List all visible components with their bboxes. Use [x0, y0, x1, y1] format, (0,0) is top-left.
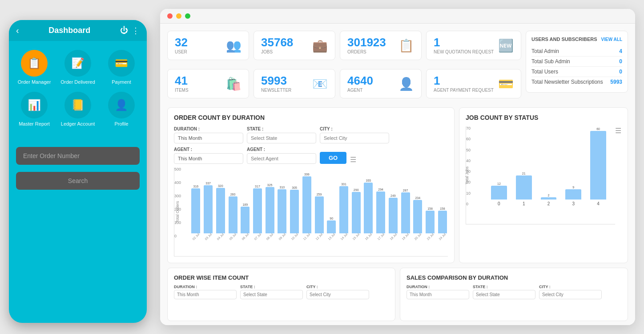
- job-bar-item: 12 0: [491, 126, 507, 206]
- order-bar-label: 20 Jul: [414, 232, 422, 240]
- power-icon[interactable]: ⏻: [120, 26, 128, 36]
- sc-city-label: CITY :: [539, 285, 602, 289]
- order-bar-label: 24 Jul: [439, 232, 447, 240]
- owi-duration-label: DURATION :: [174, 285, 237, 289]
- order-bar-rect: [339, 186, 348, 233]
- job-chart-menu-icon[interactable]: ☰: [615, 126, 621, 135]
- stat-jobs-label: JOBS: [261, 49, 293, 54]
- order-bar-label: 11 Jul: [303, 232, 311, 240]
- order-bar-value: 294: [378, 188, 383, 191]
- sc-city-input[interactable]: [539, 290, 602, 299]
- window-bar: [160, 9, 635, 24]
- order-wise-item-title: ORDER WISE ITEM COUNT: [174, 274, 389, 281]
- stat-users: 32 USER 👥: [167, 31, 249, 60]
- order-bar-label: 19 Jul: [401, 232, 409, 240]
- order-bar-label: 23 Jul: [426, 232, 434, 240]
- stat-newsletter-info: 5993 NEWSLETTER: [261, 75, 291, 93]
- phone-header: ‹ Dashboard ⏻ ⋮: [9, 20, 147, 41]
- agent-input[interactable]: [174, 153, 243, 164]
- newsletter-icon: 📧: [312, 77, 328, 91]
- items-icon: 🛍️: [226, 77, 242, 91]
- city-filter-group: CITY :: [320, 126, 389, 143]
- order-count-filter-row2: AGENT : AGENT : GO ☰: [174, 147, 448, 164]
- order-bar-item: 320 04 Jul: [215, 167, 226, 238]
- order-bar-item: 355 16 Jul: [363, 167, 374, 238]
- order-bar-item: 317 07 Jul: [252, 167, 263, 238]
- phone-menu-order-manager[interactable]: 📋 Order Manager: [16, 50, 52, 85]
- agent-payment-icon: 💳: [498, 77, 514, 91]
- order-bar-item: 158 24 Jul: [437, 167, 448, 238]
- owi-city-input[interactable]: [306, 290, 369, 299]
- state-label: STATE :: [247, 126, 316, 131]
- sc-state-label: STATE :: [473, 285, 535, 289]
- order-bar-rect: [216, 188, 225, 233]
- order-bar-rect: [204, 185, 213, 233]
- owi-city-label: CITY :: [306, 285, 369, 289]
- job-bar-item: 60 4: [590, 126, 606, 206]
- order-bar-value: 305: [292, 186, 297, 189]
- dashboard: 32 USER 👥 35768 JOBS 💼: [160, 9, 635, 325]
- job-y-ticks: 0 10 20 30 40 50 60 70: [466, 126, 471, 206]
- phone-menu-order-delivered[interactable]: 📝 Order Delivered: [60, 50, 96, 85]
- order-bar-item: 316 02 Jul: [190, 167, 201, 238]
- stats-cards-left: 32 USER 👥 35768 JOBS 💼: [167, 31, 521, 103]
- total-subadmin-value: 0: [619, 58, 622, 65]
- order-bar-value: 249: [390, 194, 396, 197]
- order-bar-value: 337: [205, 182, 211, 185]
- order-bar-rect: [229, 196, 237, 233]
- city-input[interactable]: [320, 133, 389, 143]
- order-bar-value: 234: [415, 196, 420, 200]
- phone-search-button[interactable]: Search: [16, 172, 140, 190]
- go-button[interactable]: GO: [320, 152, 346, 164]
- order-count-bar-chart: Total Orders 0 100 200 300 400 500 316 0…: [174, 167, 448, 257]
- sales-filter-row: DURATION : STATE : CITY :: [407, 285, 621, 299]
- phone-menu-payment[interactable]: 💳 Payment: [103, 50, 140, 85]
- minimize-dot[interactable]: [176, 13, 181, 19]
- order-delivered-label: Order Delivered: [60, 79, 95, 85]
- order-bar-value: 90: [330, 217, 333, 220]
- agent2-input[interactable]: [247, 153, 316, 164]
- order-bar-label: 05 Jul: [229, 232, 237, 240]
- phone-menu-ledger[interactable]: 📒 Ledger Account: [60, 92, 96, 126]
- phone-menu-master-report[interactable]: 📊 Master Report: [16, 92, 52, 126]
- back-button[interactable]: ‹: [16, 25, 19, 36]
- total-admin-label: Total Admin: [531, 48, 559, 54]
- agent-duration-group: AGENT :: [174, 147, 243, 164]
- order-bar-value: 317: [255, 185, 260, 188]
- job-bar-label: 0: [498, 201, 500, 206]
- stat-items: 41 ITEMS 🛍️: [167, 69, 249, 98]
- maximize-dot[interactable]: [185, 13, 190, 19]
- order-bar-rect: [315, 196, 324, 233]
- job-bar-value: 9: [572, 186, 574, 189]
- stat-agent-payment-label: AGENT PAYMENT REQUEST: [434, 88, 494, 93]
- duration-input[interactable]: [174, 133, 243, 143]
- sc-state-input[interactable]: [473, 290, 535, 299]
- stat-agent-num: 4640: [347, 75, 373, 86]
- job-bars: 12 0 21 1 2 2 9 3 60 4: [482, 126, 615, 206]
- order-bar-value: 325: [267, 183, 273, 187]
- order-delivered-icon: 📝: [64, 50, 91, 77]
- order-bar-label: 18 Jul: [389, 232, 397, 240]
- view-all-button[interactable]: VIEW ALL: [601, 37, 622, 42]
- phone-menu-profile[interactable]: 👤 Profile: [103, 92, 140, 126]
- chart-menu-icon[interactable]: ☰: [350, 155, 356, 164]
- more-icon[interactable]: ⋮: [132, 26, 140, 36]
- top-stats-section: 32 USER 👥 35768 JOBS 💼: [167, 31, 628, 103]
- owi-state-input[interactable]: [240, 290, 303, 299]
- job-bar-rect: [491, 186, 507, 200]
- sc-duration-input[interactable]: [407, 290, 469, 299]
- sc-city-group: CITY :: [539, 285, 602, 299]
- close-dot[interactable]: [167, 13, 173, 19]
- order-bar-value: 158: [427, 207, 433, 210]
- order-wise-item-card: ORDER WISE ITEM COUNT DURATION : STATE :…: [167, 268, 395, 321]
- stat-orders-label: ORDERS: [347, 49, 386, 54]
- state-input[interactable]: [247, 133, 316, 143]
- stat-agent-payment-info: 1 AGENT PAYMENT REQUEST: [434, 75, 494, 93]
- job-bar-item: 21 1: [516, 126, 532, 206]
- phone-order-input[interactable]: Enter Order Number: [16, 147, 140, 165]
- stat-items-num: 41: [175, 75, 189, 86]
- total-newsletter-value: 5993: [610, 79, 622, 85]
- owi-duration-input[interactable]: [174, 290, 237, 299]
- agent2-filter-group: AGENT :: [247, 147, 316, 164]
- order-bar-rect: [278, 189, 286, 233]
